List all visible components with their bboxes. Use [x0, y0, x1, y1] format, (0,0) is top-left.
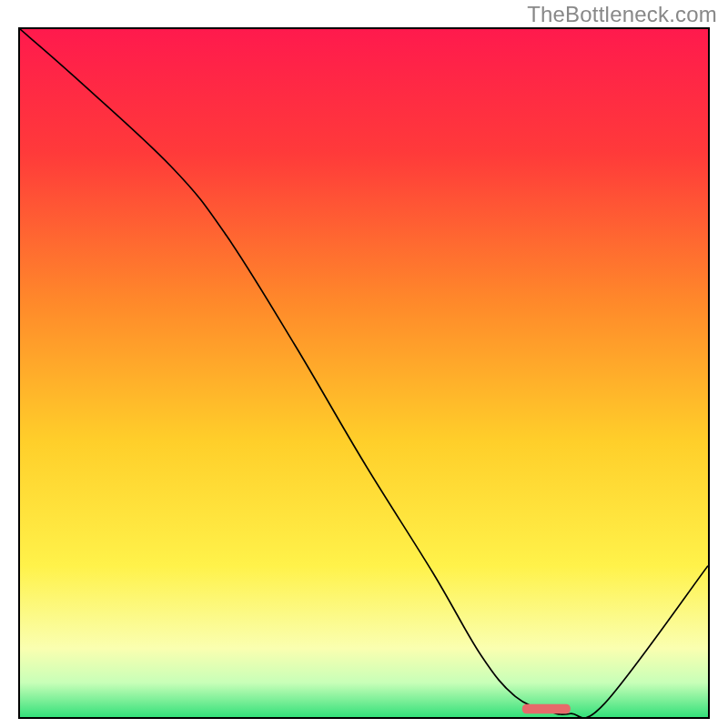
optimal-range-marker — [522, 704, 571, 714]
chart-svg — [20, 29, 708, 717]
chart-background — [20, 29, 708, 717]
chart-frame — [18, 27, 710, 719]
chart-stage: TheBottleneck.com — [0, 0, 728, 728]
watermark-text: TheBottleneck.com — [527, 2, 717, 27]
